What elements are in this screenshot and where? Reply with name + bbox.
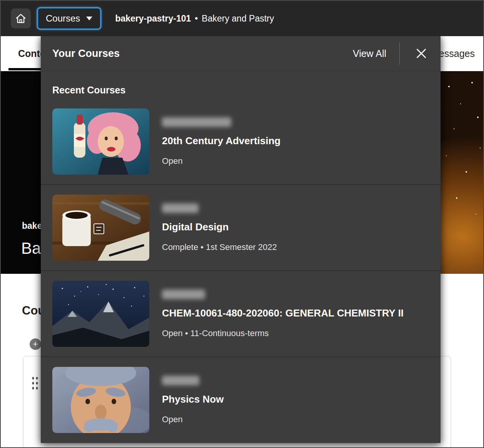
course-card-digital-design[interactable]: Digital Design Complete • 1st Semester 2… <box>41 184 441 270</box>
course-status: Open <box>162 156 280 166</box>
redacted-course-id <box>162 203 199 213</box>
top-navigation-bar: Courses bakery-pastry-101•Bakery and Pas… <box>1 1 483 36</box>
course-card-physics-now[interactable]: Physics Now Open <box>41 356 441 443</box>
retro-advertising-thumbnail-art <box>52 108 149 175</box>
einstein-figurine-thumbnail-art <box>52 367 149 433</box>
redacted-course-id <box>162 376 199 385</box>
breadcrumb-course-id: bakery-pastry-101 <box>115 13 191 23</box>
course-info: CHEM-10061-480-202060: GENERAL CHEMISTRY… <box>162 290 404 338</box>
course-status: Open • 11-Continuous-terms <box>162 328 404 338</box>
course-info: Digital Design Complete • 1st Semester 2… <box>162 203 277 252</box>
course-title: 20th Century Advertising <box>162 135 280 147</box>
panel-title: Your Courses <box>52 48 353 60</box>
chevron-down-icon <box>86 17 92 20</box>
header-divider <box>399 42 400 65</box>
redacted-course-id <box>162 290 205 299</box>
your-courses-panel: Your Courses View All Recent Courses <box>41 36 441 443</box>
course-card-20th-century-advertising[interactable]: 20th Century Advertising Open <box>41 99 441 184</box>
course-info: Physics Now Open <box>162 376 224 425</box>
home-button[interactable] <box>11 8 31 28</box>
course-thumbnail <box>52 367 149 433</box>
course-info: 20th Century Advertising Open <box>162 117 280 166</box>
home-icon <box>15 13 27 24</box>
close-panel-button[interactable] <box>413 45 430 62</box>
panel-body: Recent Courses <box>41 85 441 443</box>
panel-header: Your Courses View All <box>41 36 441 71</box>
course-thumbnail <box>52 195 149 261</box>
course-thumbnail <box>52 281 149 347</box>
breadcrumb-separator: • <box>195 13 198 23</box>
breadcrumb: bakery-pastry-101•Bakery and Pastry <box>115 13 274 24</box>
course-title: CHEM-10061-480-202060: GENERAL CHEMISTRY… <box>162 307 404 319</box>
courses-menu-label: Courses <box>46 13 80 24</box>
night-mountain-thumbnail-art <box>52 281 149 347</box>
courses-menu-button[interactable]: Courses <box>37 7 101 30</box>
course-title: Digital Design <box>162 221 277 233</box>
course-card-general-chemistry[interactable]: CHEM-10061-480-202060: GENERAL CHEMISTRY… <box>41 270 441 356</box>
course-status: Complete • 1st Semester 2022 <box>162 242 277 252</box>
course-status: Open <box>162 415 224 425</box>
drag-handle-icon[interactable] <box>31 376 39 391</box>
course-thumbnail <box>52 108 149 175</box>
close-icon <box>414 47 428 60</box>
course-title: Physics Now <box>162 393 224 405</box>
add-content-button[interactable]: + <box>28 337 42 351</box>
breadcrumb-course-name: Bakery and Pastry <box>202 13 274 23</box>
view-all-button[interactable]: View All <box>353 48 386 59</box>
plus-icon: + <box>33 340 38 348</box>
coffee-notebook-thumbnail-art <box>52 195 149 261</box>
recent-courses-heading: Recent Courses <box>52 85 441 96</box>
document-icon <box>94 224 104 234</box>
redacted-course-id <box>162 117 231 127</box>
